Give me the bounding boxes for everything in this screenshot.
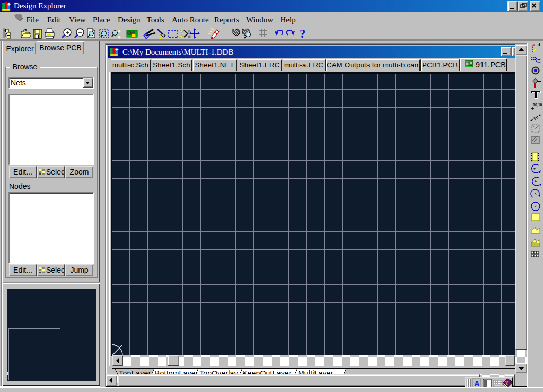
svg-text:10: 10: [533, 115, 540, 121]
svg-text:A: A: [474, 379, 480, 388]
svg-text:10,10: 10,10: [533, 103, 542, 107]
svg-text:?: ?: [300, 27, 306, 40]
